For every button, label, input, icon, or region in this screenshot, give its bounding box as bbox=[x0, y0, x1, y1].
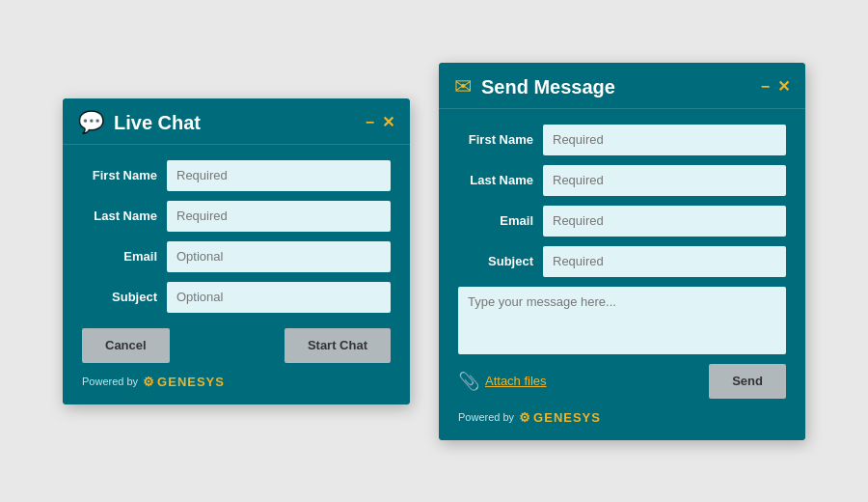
email-row: Email bbox=[82, 241, 391, 272]
chat-icon: 💬 bbox=[78, 112, 104, 133]
sm-first-name-label: First Name bbox=[458, 132, 533, 147]
cancel-button[interactable]: Cancel bbox=[82, 328, 170, 363]
send-button[interactable]: Send bbox=[709, 364, 786, 399]
header-left: 💬 Live Chat bbox=[78, 112, 201, 134]
sm-subject-label: Subject bbox=[458, 254, 533, 268]
sm-email-input[interactable] bbox=[543, 206, 786, 237]
first-name-row: First Name bbox=[82, 160, 391, 191]
envelope-icon: ✉ bbox=[454, 76, 472, 98]
sm-last-name-label: Last Name bbox=[458, 173, 533, 187]
send-message-title: Send Message bbox=[481, 76, 615, 98]
sm-first-name-row: First Name bbox=[458, 125, 786, 155]
send-message-widget: ✉ Send Message − ✕ First Name Last Name … bbox=[439, 63, 805, 440]
live-chat-widget: 💬 Live Chat − ✕ First Name Last Name Ema… bbox=[63, 98, 410, 404]
subject-row: Subject bbox=[82, 282, 391, 313]
send-message-header: ✉ Send Message − ✕ bbox=[439, 63, 805, 109]
sm-powered-text: Powered by bbox=[458, 411, 514, 423]
attach-area: 📎 Attach files bbox=[458, 371, 547, 392]
send-message-body: First Name Last Name Email Subject 📎 Att… bbox=[439, 109, 805, 440]
sm-genesys-brand: GENESYS bbox=[533, 410, 601, 425]
close-button[interactable]: ✕ bbox=[382, 115, 394, 130]
send-header-left: ✉ Send Message bbox=[454, 76, 615, 98]
paperclip-icon: 📎 bbox=[458, 371, 479, 392]
last-name-input[interactable] bbox=[167, 201, 391, 232]
genesys-icon: ⚙ bbox=[143, 375, 154, 389]
genesys-brand: GENESYS bbox=[157, 375, 225, 389]
sm-last-name-row: Last Name bbox=[458, 165, 786, 196]
minimize-button[interactable]: − bbox=[366, 115, 374, 130]
subject-label: Subject bbox=[82, 290, 157, 304]
send-close-button[interactable]: ✕ bbox=[777, 79, 790, 95]
last-name-label: Last Name bbox=[82, 209, 157, 223]
action-row: Cancel Start Chat bbox=[82, 324, 391, 363]
sm-email-row: Email bbox=[458, 206, 786, 237]
email-label: Email bbox=[82, 249, 157, 264]
last-name-row: Last Name bbox=[82, 201, 391, 232]
genesys-logo: ⚙ GENESYS bbox=[143, 375, 225, 389]
live-chat-body: First Name Last Name Email Subject Cance… bbox=[63, 145, 410, 404]
powered-text: Powered by bbox=[82, 376, 138, 387]
sm-genesys-logo: ⚙ GENESYS bbox=[519, 410, 601, 425]
start-chat-button[interactable]: Start Chat bbox=[285, 328, 391, 363]
subject-input[interactable] bbox=[167, 282, 391, 313]
sm-message-textarea[interactable] bbox=[458, 287, 786, 354]
sm-subject-row: Subject bbox=[458, 246, 786, 277]
live-chat-header: 💬 Live Chat − ✕ bbox=[63, 98, 410, 145]
sm-email-label: Email bbox=[458, 213, 533, 228]
header-controls: − ✕ bbox=[366, 115, 394, 130]
first-name-label: First Name bbox=[82, 168, 157, 182]
send-header-controls: − ✕ bbox=[761, 79, 790, 95]
sm-message-row bbox=[458, 287, 786, 354]
live-chat-title: Live Chat bbox=[114, 112, 201, 134]
powered-by-row: Powered by ⚙ GENESYS bbox=[82, 375, 391, 389]
sm-powered-by-row: Powered by ⚙ GENESYS bbox=[458, 410, 786, 425]
attach-files-label[interactable]: Attach files bbox=[485, 374, 547, 388]
sm-action-row: 📎 Attach files Send bbox=[458, 364, 786, 399]
sm-first-name-input[interactable] bbox=[543, 125, 786, 155]
sm-genesys-icon: ⚙ bbox=[519, 410, 530, 425]
sm-subject-input[interactable] bbox=[543, 246, 786, 277]
first-name-input[interactable] bbox=[167, 160, 391, 191]
send-minimize-button[interactable]: − bbox=[761, 79, 770, 95]
sm-last-name-input[interactable] bbox=[543, 165, 786, 196]
email-input[interactable] bbox=[167, 241, 391, 272]
